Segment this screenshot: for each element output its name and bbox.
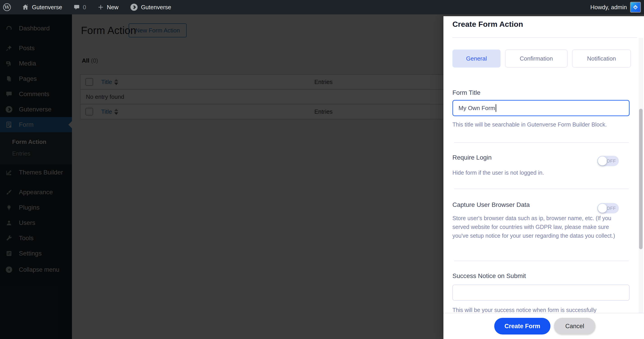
plus-icon [97,4,104,11]
modal-tabs: General Confirmation Notification [452,50,631,68]
modal-title: Create Form Action [452,20,523,29]
form-title-label: Form Title [452,89,480,96]
section-divider [454,142,629,143]
form-title-input[interactable]: My Own Form [452,100,630,116]
header-divider [452,37,637,38]
tab-general[interactable]: General [452,50,500,68]
gutenverse-admin-menu[interactable]: Gutenverse [126,0,175,15]
avatar[interactable] [630,2,641,13]
modal-footer: Create Form Cancel [444,313,644,339]
howdy-label[interactable]: Howdy, admin [590,4,627,11]
require-login-toggle[interactable]: OFF [597,156,619,166]
section-divider [454,189,629,189]
svg-text:W: W [4,5,10,10]
wordpress-menu[interactable]: W [0,0,15,15]
toggle-state-label: OFF [607,158,616,164]
modal-scrollbar-track[interactable] [638,38,643,313]
tab-notification[interactable]: Notification [572,50,631,68]
site-name: Gutenverse [32,4,62,11]
wordpress-logo-icon: W [3,3,11,12]
new-menu[interactable]: New [94,0,122,15]
comment-bubble-icon [73,4,80,11]
gutenverse-menu-label: Gutenverse [141,4,171,11]
cancel-button[interactable]: Cancel [554,318,596,334]
form-title-value: My Own Form [458,105,495,112]
capture-browser-data-toggle[interactable]: OFF [597,203,619,213]
toggle-knob [598,204,607,213]
capture-browser-data-helper: Store user's browser data such as ip, br… [452,214,626,240]
success-notice-label: Success Notice on Submit [452,272,526,279]
require-login-label: Require Login [452,154,492,161]
gutenverse-disc-icon [130,3,138,12]
comment-count: 0 [83,4,86,11]
comments-menu[interactable]: 0 [70,0,90,15]
success-notice-input[interactable] [452,284,630,301]
section-divider [454,261,629,261]
site-link[interactable]: Gutenverse [18,0,66,15]
create-form-action-modal: Create Form Action General Confirmation … [444,16,644,339]
capture-browser-data-label: Capture User Browser Data [452,201,530,208]
new-label: New [107,4,118,11]
create-form-button[interactable]: Create Form [494,318,550,334]
require-login-helper: Hide form if the user is not logged in. [452,168,544,177]
toggle-state-label: OFF [607,206,616,211]
toggle-knob [598,156,607,165]
admin-bar: W Gutenverse 0 New [0,0,644,15]
home-icon [22,3,29,11]
form-title-helper: This title will be searchable in Gutenve… [452,120,607,129]
tab-confirmation[interactable]: Confirmation [505,50,568,68]
modal-scrollbar-thumb[interactable] [639,109,643,249]
text-caret [496,104,496,112]
